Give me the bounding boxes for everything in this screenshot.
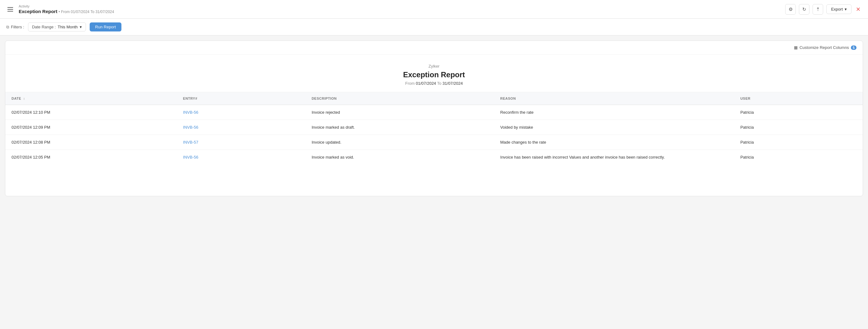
cell-user: Patricia: [734, 135, 863, 150]
cell-entry: INVB-56: [177, 150, 305, 165]
cell-date: 02/07/2024 12:10 PM: [5, 105, 177, 120]
columns-count: 5: [851, 46, 857, 50]
customize-bar: ▦ Customize Report Columns 5: [5, 41, 863, 55]
report-date-subtitle: • From 01/07/2024 To 31/07/2024: [59, 10, 114, 14]
exception-table: DATE ↕ ENTRY# DESCRIPTION REASON USER 02…: [5, 92, 863, 164]
date-to: 31/07/2024: [442, 81, 463, 86]
report-header: Zylker Exception Report From 01/07/2024 …: [5, 55, 863, 92]
customize-columns-button[interactable]: ▦ Customize Report Columns 5: [794, 45, 857, 50]
share-button[interactable]: ⇡: [813, 4, 823, 14]
col-date-label: DATE: [11, 97, 21, 100]
export-button[interactable]: Export ▾: [826, 4, 851, 14]
cell-date: 02/07/2024 12:09 PM: [5, 120, 177, 135]
cell-user: Patricia: [734, 150, 863, 165]
share-icon: ⇡: [816, 6, 820, 12]
cell-reason: Voided by mistake: [494, 120, 734, 135]
col-reason: REASON: [494, 92, 734, 105]
close-icon: ✕: [856, 6, 861, 12]
header-title-group: Activity Exception Report • From 01/07/2…: [19, 4, 114, 14]
cell-entry: INVB-57: [177, 135, 305, 150]
table-header-row: DATE ↕ ENTRY# DESCRIPTION REASON USER: [5, 92, 863, 105]
sort-icon: ↕: [23, 97, 25, 100]
settings-icon: ⚙: [788, 6, 793, 12]
cell-description: Invoice rejected: [305, 105, 494, 120]
date-range-dropdown[interactable]: Date Range : This Month ▾: [28, 23, 86, 31]
col-date: DATE ↕: [5, 92, 177, 105]
entry-link[interactable]: INVB-56: [183, 155, 198, 159]
filter-bar: ⧉ Filters : Date Range : This Month ▾ Ru…: [0, 19, 868, 35]
cell-date: 02/07/2024 12:08 PM: [5, 135, 177, 150]
table-row: 02/07/2024 12:09 PMINVB-56Invoice marked…: [5, 120, 863, 135]
entry-link[interactable]: INVB-56: [183, 125, 198, 129]
chevron-down-icon: ▾: [80, 25, 82, 29]
cell-reason: Invoice has been raised with incorrect V…: [494, 150, 734, 165]
cell-date: 02/07/2024 12:05 PM: [5, 150, 177, 165]
header-left: Activity Exception Report • From 01/07/2…: [6, 4, 114, 14]
filter-icon: ⧉: [6, 25, 9, 30]
cell-entry: INVB-56: [177, 120, 305, 135]
cell-user: Patricia: [734, 105, 863, 120]
activity-label: Activity: [19, 4, 114, 8]
table-row: 02/07/2024 12:10 PMINVB-56Invoice reject…: [5, 105, 863, 120]
header-right: ⚙ ↻ ⇡ Export ▾ ✕: [785, 4, 862, 14]
org-name: Zylker: [11, 64, 857, 68]
report-main-title: Exception Report: [11, 70, 857, 79]
cell-reason: Made changes to the rate: [494, 135, 734, 150]
table-header: DATE ↕ ENTRY# DESCRIPTION REASON USER: [5, 92, 863, 105]
refresh-button[interactable]: ↻: [799, 4, 809, 14]
date-range-value: This Month: [58, 25, 78, 29]
main-content: ▦ Customize Report Columns 5 Zylker Exce…: [5, 40, 863, 196]
chevron-down-icon: ▾: [845, 7, 847, 11]
settings-button[interactable]: ⚙: [785, 4, 796, 14]
date-from: 01/07/2024: [416, 81, 436, 86]
entry-link[interactable]: INVB-57: [183, 140, 198, 145]
cell-description: Invoice updated.: [305, 135, 494, 150]
menu-button[interactable]: [6, 6, 14, 13]
report-title-text: Exception Report: [19, 9, 57, 14]
cell-entry: INVB-56: [177, 105, 305, 120]
run-report-button[interactable]: Run Report: [90, 23, 121, 31]
col-entry: ENTRY#: [177, 92, 305, 105]
page-title: Exception Report • From 01/07/2024 To 31…: [19, 9, 114, 14]
cell-user: Patricia: [734, 120, 863, 135]
cell-description: Invoice marked as void.: [305, 150, 494, 165]
customize-columns-label: Customize Report Columns: [800, 45, 849, 50]
col-description: DESCRIPTION: [305, 92, 494, 105]
filter-label: ⧉ Filters :: [6, 25, 24, 30]
cell-description: Invoice marked as draft.: [305, 120, 494, 135]
table-row: 02/07/2024 12:05 PMINVB-56Invoice marked…: [5, 150, 863, 165]
date-range-key: Date Range :: [32, 25, 56, 29]
close-button[interactable]: ✕: [855, 5, 862, 14]
refresh-icon: ↻: [802, 6, 806, 12]
report-date-range: From 01/07/2024 To 31/07/2024: [11, 81, 857, 86]
col-user: USER: [734, 92, 863, 105]
table-body: 02/07/2024 12:10 PMINVB-56Invoice reject…: [5, 105, 863, 165]
app-header: Activity Exception Report • From 01/07/2…: [0, 0, 868, 19]
columns-icon: ▦: [794, 45, 798, 50]
table-row: 02/07/2024 12:08 PMINVB-57Invoice update…: [5, 135, 863, 150]
cell-reason: Reconfirm the rate: [494, 105, 734, 120]
entry-link[interactable]: INVB-56: [183, 110, 198, 115]
export-label: Export: [831, 7, 843, 11]
